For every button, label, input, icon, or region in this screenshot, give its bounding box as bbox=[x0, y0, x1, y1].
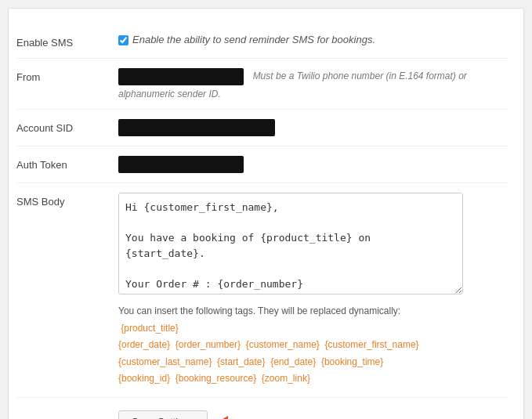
tag-product-title: {product_title} bbox=[121, 323, 178, 334]
account-sid-label: Account SID bbox=[16, 119, 118, 134]
tag-booking-resource: {booking_resource} bbox=[176, 373, 256, 384]
enable-sms-checkbox-row: Enable the ability to send reminder SMS … bbox=[118, 34, 508, 45]
save-row: Save Settings bbox=[16, 398, 508, 419]
tag-order-number: {order_number} bbox=[176, 339, 241, 350]
tag-end-date: {end_date} bbox=[270, 356, 316, 367]
sms-body-field: Hi {customer_first_name}, You have a boo… bbox=[118, 193, 508, 388]
auth-token-field bbox=[118, 156, 508, 173]
account-sid-row: Account SID bbox=[16, 110, 508, 146]
tags-section: You can insert the following tags. They … bbox=[118, 303, 463, 388]
auth-token-input[interactable] bbox=[118, 156, 244, 173]
tags-intro: You can insert the following tags. They … bbox=[118, 305, 400, 316]
enable-sms-row: Enable SMS Enable the ability to send re… bbox=[16, 24, 508, 59]
tag-booking-id: {booking_id} bbox=[118, 373, 170, 384]
auth-token-label: Auth Token bbox=[16, 156, 118, 171]
save-settings-button[interactable]: Save Settings bbox=[118, 410, 208, 419]
settings-form: Enable SMS Enable the ability to send re… bbox=[8, 8, 524, 419]
account-sid-field bbox=[118, 119, 508, 136]
enable-sms-label: Enable SMS bbox=[16, 34, 118, 49]
arrow-head-icon bbox=[219, 416, 228, 419]
tag-customer-last-name: {customer_last_name} bbox=[118, 356, 212, 367]
arrow-indicator bbox=[220, 416, 275, 419]
from-label: From bbox=[16, 68, 118, 83]
enable-sms-checkbox[interactable] bbox=[118, 35, 128, 45]
enable-sms-field: Enable the ability to send reminder SMS … bbox=[118, 34, 508, 45]
from-note-line2: alphanumeric sender ID. bbox=[118, 88, 508, 99]
from-field: Must be a Twilio phone number (in E.164 … bbox=[118, 68, 508, 99]
enable-sms-description: Enable the ability to send reminder SMS … bbox=[132, 34, 375, 45]
auth-token-row: Auth Token bbox=[16, 146, 508, 183]
account-sid-input[interactable] bbox=[118, 119, 275, 136]
tag-customer-first-name: {customer_first_name} bbox=[325, 339, 419, 350]
from-note: Must be a Twilio phone number (in E.164 … bbox=[253, 70, 467, 81]
from-input-wrapper: Must be a Twilio phone number (in E.164 … bbox=[118, 68, 508, 85]
sms-body-row: SMS Body Hi {customer_first_name}, You h… bbox=[16, 183, 508, 398]
tag-start-date: {start_date} bbox=[217, 356, 265, 367]
tag-zoom-link: {zoom_link} bbox=[262, 373, 310, 384]
tag-order-date: {order_date} bbox=[118, 339, 170, 350]
from-row: From Must be a Twilio phone number (in E… bbox=[16, 59, 508, 110]
from-input[interactable] bbox=[118, 68, 244, 85]
sms-body-label: SMS Body bbox=[16, 193, 118, 208]
tag-booking-time: {booking_time} bbox=[321, 356, 383, 367]
tag-customer-name: {customer_name} bbox=[246, 339, 320, 350]
sms-body-textarea[interactable]: Hi {customer_first_name}, You have a boo… bbox=[118, 193, 463, 294]
